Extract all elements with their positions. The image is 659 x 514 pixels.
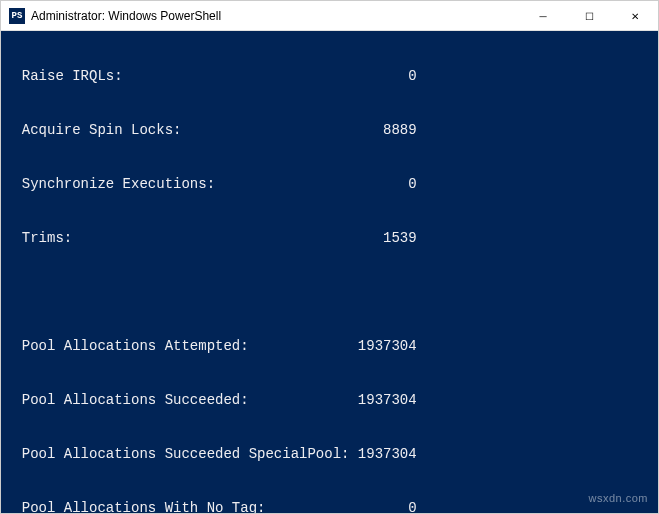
terminal-line: Raise IRQLs: 0 [5,67,654,85]
terminal-line: Trims: 1539 [5,229,654,247]
maximize-button[interactable]: ☐ [566,1,612,31]
powershell-icon: PS [9,8,25,24]
terminal-line: Pool Allocations Succeeded: 1937304 [5,391,654,409]
terminal-line [5,283,654,301]
close-button[interactable]: ✕ [612,1,658,31]
titlebar[interactable]: PS Administrator: Windows PowerShell ─ ☐… [1,1,658,31]
terminal-line: Pool Allocations With No Tag: 0 [5,499,654,513]
window-controls: ─ ☐ ✕ [520,1,658,30]
terminal-line: Pool Allocations Succeeded SpecialPool: … [5,445,654,463]
powershell-window: PS Administrator: Windows PowerShell ─ ☐… [0,0,659,514]
terminal-line: Pool Allocations Attempted: 1937304 [5,337,654,355]
terminal-output[interactable]: Raise IRQLs: 0 Acquire Spin Locks: 8889 … [1,31,658,513]
terminal-line: Acquire Spin Locks: 8889 [5,121,654,139]
window-title: Administrator: Windows PowerShell [31,9,520,23]
terminal-line: Synchronize Executions: 0 [5,175,654,193]
minimize-button[interactable]: ─ [520,1,566,31]
